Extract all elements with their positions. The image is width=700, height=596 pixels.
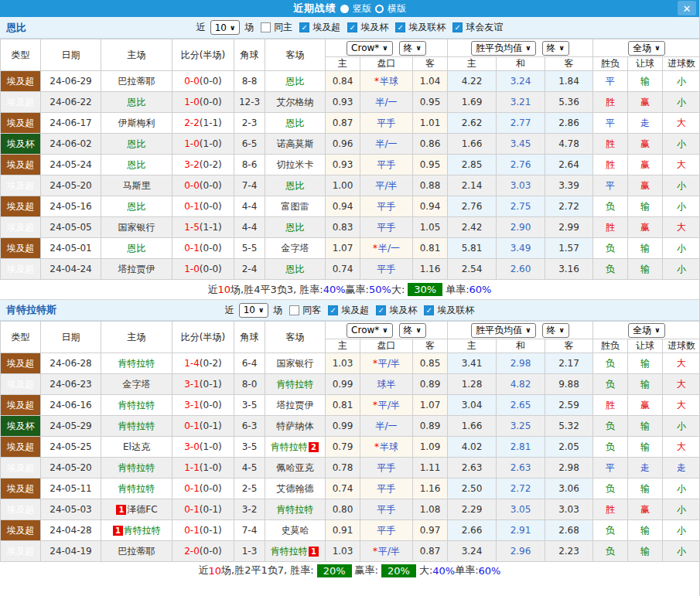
league-type-cell: 埃及超 <box>1 395 41 416</box>
handicap-time-select[interactable]: 终 <box>399 323 426 338</box>
team-name-text: 恩比 <box>286 222 305 233</box>
team1-same-venue-checkbox[interactable] <box>261 22 271 32</box>
sub-lose-header: 客 <box>545 57 593 71</box>
fulltime-score: 1-0 <box>184 97 200 107</box>
scope-select[interactable]: 全场 <box>628 41 664 56</box>
lose-odds-cell: 2.64 <box>545 155 593 175</box>
fulltime-score: 0-1 <box>184 421 200 431</box>
away-odds-cell: 0.95 <box>413 92 448 113</box>
home-odds-cell: 0.80 <box>326 499 360 520</box>
sub-goals-header: 进球数 <box>663 57 700 71</box>
team1-league-checkbox-2[interactable] <box>395 22 405 32</box>
scope-select[interactable]: 全场 <box>628 323 664 338</box>
away-odds-cell: 1.05 <box>413 217 448 238</box>
home-odds-cell: 0.96 <box>326 134 360 155</box>
team1-league-checkbox-1[interactable] <box>347 22 357 32</box>
wdl-time-select[interactable]: 终 <box>542 41 569 56</box>
home-team-cell: 伊斯梅利 <box>101 113 172 134</box>
matches-label: 场 <box>244 21 254 34</box>
team1-same-venue-label[interactable]: 同主 <box>274 21 292 34</box>
team1-league-checkbox-0[interactable] <box>299 22 309 32</box>
bookmaker-select[interactable]: Crow* <box>347 41 393 56</box>
lose-odds-cell: 3.16 <box>545 259 593 280</box>
close-button[interactable] <box>678 1 696 15</box>
handicap-cell: *半/一 <box>360 238 413 259</box>
win-odds-cell: 4.22 <box>448 71 497 92</box>
score-cell: 3-1(0-0) <box>172 395 234 416</box>
halftime-score: (0-0) <box>200 400 222 410</box>
handicap-time-select[interactable]: 终 <box>399 41 426 56</box>
home-odds-cell: 0.81 <box>326 395 360 416</box>
result-handicap-cell: 输 <box>628 259 663 280</box>
portrait-radio-label[interactable]: 竖版 <box>353 2 371 15</box>
result-goals-cell: 小 <box>663 134 700 155</box>
lose-odds-cell: 2.99 <box>545 217 593 238</box>
draw-odds-cell: 2.75 <box>497 196 545 217</box>
title-bar: 近期战绩 竖版 横版 <box>0 0 699 17</box>
team-name-text: 恩比 <box>286 117 305 128</box>
summary-segment: 50% <box>369 284 391 295</box>
home-team-cell: El达克 <box>101 437 172 458</box>
team-name-text: 史莫哈 <box>282 525 309 536</box>
home-odds-cell: 0.99 <box>326 416 360 437</box>
team2-league-label-0[interactable]: 埃及超 <box>341 304 369 317</box>
handicap-cell: 平手 <box>360 196 413 217</box>
team2-match-count-select[interactable]: 10 <box>239 303 269 318</box>
fulltime-score: 2-2 <box>184 117 200 128</box>
team-name-text: 艾德翰德 <box>277 483 314 494</box>
team2-same-venue-label[interactable]: 同客 <box>302 304 321 317</box>
result-goals-cell: 小 <box>663 259 700 280</box>
league-type-cell: 埃及超 <box>1 353 41 374</box>
result-handicap-cell: 走 <box>628 458 663 479</box>
result-handicap-cell: 输 <box>628 437 663 458</box>
sub-handicap-result-header: 让球 <box>628 339 663 353</box>
wdl-avg-select[interactable]: 胜平负均值 <box>471 323 535 338</box>
draw-odds-cell: 2.72 <box>497 479 545 499</box>
team2-league-checkbox-0[interactable] <box>328 305 338 315</box>
handicap-group-header: Crow* 终 <box>326 39 448 57</box>
team2-league-label-2[interactable]: 埃及联杯 <box>437 304 474 317</box>
team1-match-count-select[interactable]: 10 <box>210 20 241 35</box>
team2-league-checkbox-2[interactable] <box>424 305 434 315</box>
team2-league-checkbox-1[interactable] <box>376 305 386 315</box>
home-odds-cell: 1.00 <box>326 175 360 196</box>
home-odds-cell: 1.07 <box>326 238 360 259</box>
lose-odds-cell: 1.84 <box>545 71 593 92</box>
wdl-time-select[interactable]: 终 <box>542 323 569 338</box>
portrait-radio[interactable] <box>340 5 349 13</box>
bookmaker-select[interactable]: Crow* <box>347 323 393 338</box>
league-type-cell: 埃及超 <box>1 479 41 499</box>
match-row: 埃及超24-06-29巴拉蒂耶0-0(0-0)8-8恩比0.84*半球1.044… <box>1 71 700 92</box>
date-cell: 24-05-05 <box>41 217 101 238</box>
result-handicap-cell: 输 <box>628 541 663 562</box>
result-goals-cell: 大 <box>663 437 700 458</box>
away-team-cell: 恩比 <box>265 71 326 92</box>
league-type-cell: 埃及超 <box>1 196 41 217</box>
summary-segment: 单率: <box>455 564 478 577</box>
team-name-text: 恩比 <box>286 180 305 191</box>
team1-league-label-3[interactable]: 球会友谊 <box>466 21 503 34</box>
landscape-radio[interactable] <box>375 5 384 13</box>
landscape-radio-label[interactable]: 横版 <box>388 2 406 15</box>
team2-league-label-1[interactable]: 埃及杯 <box>389 304 417 317</box>
score-cell: 1-5(1-1) <box>172 217 234 238</box>
match-row: 埃及超24-05-16恩比0-1(0-0)4-4富图雷0.94平手0.942.7… <box>1 196 700 217</box>
team1-league-label-1[interactable]: 埃及杯 <box>360 21 388 34</box>
summary-segment: 赢率: <box>355 564 378 577</box>
corner-cell: 4-4 <box>234 196 265 217</box>
result-goals-cell: 小 <box>663 92 700 113</box>
wdl-avg-select[interactable]: 胜平负均值 <box>471 41 535 56</box>
team2-same-venue-checkbox[interactable] <box>289 305 299 315</box>
team1-league-checkbox-3[interactable] <box>452 22 463 32</box>
score-cell: 1-0(1-0) <box>172 134 234 155</box>
result-goals-cell: 小 <box>663 196 700 217</box>
col-home-header: 主场 <box>101 322 172 353</box>
result-handicap-cell: 输 <box>628 479 663 499</box>
team-name-text: 恩比 <box>128 201 146 212</box>
team1-league-label-2[interactable]: 埃及联杯 <box>408 21 446 34</box>
score-cell: 3-2(0-2) <box>172 155 234 175</box>
away-odds-cell: 0.95 <box>413 155 448 175</box>
team-name-text: 肯特拉特 <box>271 546 308 557</box>
team1-league-label-0[interactable]: 埃及超 <box>312 21 340 34</box>
away-team-cell: 塔拉贾伊 <box>265 395 326 416</box>
